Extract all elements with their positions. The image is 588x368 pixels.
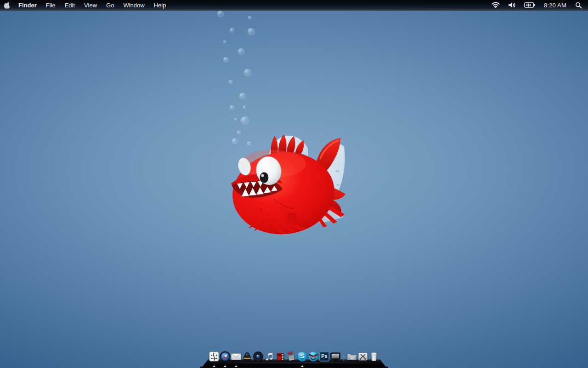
- mail-icon: [230, 351, 242, 362]
- running-app-indicator: [301, 365, 304, 367]
- skype-icon: [296, 351, 308, 362]
- bubble: [238, 48, 244, 55]
- piranha-fish-illustration: [229, 132, 353, 237]
- angry-face-icon: [307, 351, 319, 362]
- bubble: [230, 105, 234, 110]
- dock-item-photoshop-icon[interactable]: Ps: [319, 350, 330, 362]
- spotlight-icon[interactable]: [572, 0, 585, 10]
- bubble: [217, 11, 224, 17]
- apple-logo-icon: [4, 1, 11, 9]
- dock-item-bird-app-icon[interactable]: [242, 350, 253, 362]
- desktop-wallpaper: [0, 0, 588, 368]
- dock-item-camera-lens-icon[interactable]: [253, 350, 264, 362]
- wifi-icon[interactable]: [488, 0, 503, 10]
- dock-item-downloads-folder-icon[interactable]: [346, 350, 357, 362]
- dock-item-display-icon[interactable]: [330, 350, 341, 362]
- dock: SPs: [202, 346, 386, 368]
- bubble: [248, 16, 251, 19]
- dock-item-skype-icon[interactable]: S: [297, 350, 308, 362]
- menu-item-file[interactable]: File: [41, 0, 60, 10]
- dock-item-archive-box-icon[interactable]: [357, 350, 368, 362]
- trash-icon: [368, 351, 380, 362]
- dock-item-mail-icon[interactable]: [231, 350, 242, 362]
- dock-item-trash-icon[interactable]: [368, 350, 379, 362]
- running-app-indicator: [213, 365, 215, 367]
- battery-icon[interactable]: [521, 0, 538, 10]
- movie-box-icon: [274, 351, 286, 362]
- finder-icon: [208, 351, 220, 362]
- music-notes-icon: [263, 351, 275, 362]
- display-icon: [329, 351, 341, 362]
- menu-item-window[interactable]: Window: [119, 0, 149, 10]
- photoshop-icon: [318, 351, 330, 362]
- running-app-indicator: [235, 365, 237, 367]
- app-menu-finder[interactable]: Finder: [14, 0, 41, 10]
- bubble: [234, 118, 237, 121]
- volume-icon[interactable]: [505, 0, 519, 10]
- bubble: [243, 106, 246, 109]
- dock-items: SPs: [209, 350, 379, 362]
- running-app-indicator: [224, 365, 226, 367]
- dock-item-movie-box-icon[interactable]: [275, 350, 286, 362]
- apple-menu[interactable]: [0, 0, 14, 10]
- menu-item-edit[interactable]: Edit: [60, 0, 79, 10]
- camera-lens-icon: [252, 351, 264, 362]
- dock-item-music-notes-icon[interactable]: [264, 350, 275, 362]
- dock-item-finder-icon[interactable]: [209, 350, 220, 362]
- bird-app-icon: [241, 351, 253, 362]
- bubble: [241, 116, 249, 125]
- menu-item-go[interactable]: Go: [102, 0, 119, 10]
- dock-item-angry-face-icon[interactable]: [308, 350, 319, 362]
- menu-bar-clock[interactable]: 8:20 AM: [540, 2, 570, 9]
- bubble: [239, 93, 246, 99]
- archive-box-icon: [357, 351, 369, 362]
- dock-item-detonator-icon[interactable]: [286, 350, 297, 362]
- bubble: [248, 28, 255, 35]
- bubble: [223, 57, 229, 63]
- bubble: [244, 69, 251, 76]
- detonator-icon: [285, 351, 297, 362]
- dock-item-safari-icon[interactable]: [220, 350, 231, 362]
- menu-item-view[interactable]: View: [79, 0, 102, 10]
- menu-items: FileEditViewGoWindowHelp: [41, 0, 171, 10]
- menu-item-help[interactable]: Help: [149, 0, 171, 10]
- bubble: [229, 80, 232, 84]
- menu-bar: Finder FileEditViewGoWindowHelp: [0, 0, 588, 11]
- downloads-folder-icon: [346, 351, 358, 362]
- bubble: [230, 28, 234, 33]
- bubble: [223, 40, 226, 43]
- safari-icon: [219, 351, 231, 362]
